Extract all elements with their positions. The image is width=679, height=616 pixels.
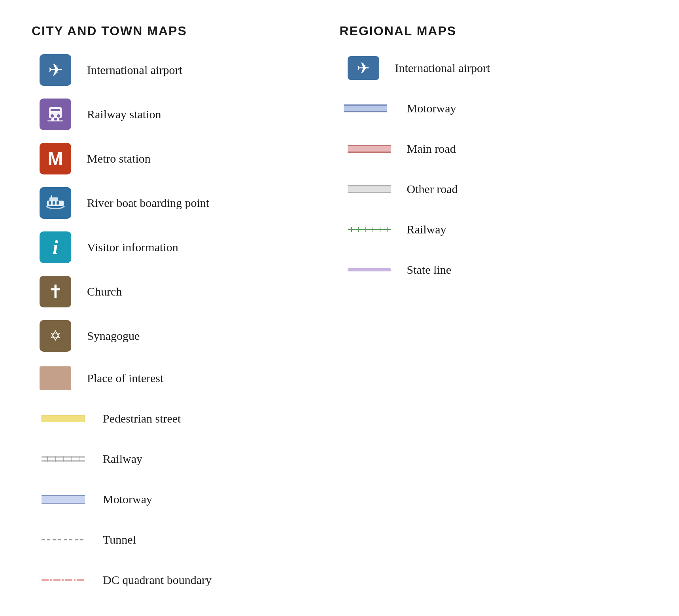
dc-line-icon [40, 577, 87, 583]
legend-item-pedestrian: Pedestrian street [32, 405, 340, 432]
svg-rect-12 [57, 201, 59, 205]
synagogue-icon: ✡ [40, 320, 71, 352]
airport-label: International airport [87, 63, 182, 77]
svg-rect-6 [47, 120, 63, 121]
reg-legend-item-airport: ✈ International airport [340, 54, 648, 82]
riverboat-svg [45, 194, 65, 212]
svg-point-3 [57, 114, 60, 118]
railway-station-svg [46, 105, 65, 124]
reg-stateline-icon [348, 268, 391, 271]
riverboat-label: River boat boarding point [87, 196, 209, 210]
reg-railway-icon [348, 226, 391, 233]
reg-mainroad-label: Main road [407, 142, 456, 155]
motorway-city-label: Motorway [103, 493, 152, 506]
place-of-interest-icon [40, 366, 71, 390]
reg-motorway-symbol [344, 104, 387, 112]
pedestrian-label: Pedestrian street [103, 412, 181, 425]
legend-item-railway-station: Railway station [32, 99, 340, 130]
dc-svg [42, 577, 85, 583]
railway-station-label: Railway station [87, 108, 161, 121]
svg-point-2 [51, 114, 54, 118]
motorway-city-line-icon [40, 495, 87, 504]
reg-legend-item-otherroad: Other road [340, 175, 648, 203]
reg-mainroad-icon [348, 145, 391, 153]
legend-item-synagogue: ✡ Synagogue [32, 320, 340, 352]
legend-item-metro: M Metro station [32, 143, 340, 174]
railway-city-line-icon [40, 455, 87, 463]
railway-city-label: Railway [103, 452, 142, 466]
tunnel-label: Tunnel [103, 533, 136, 546]
reg-stateline-symbol [348, 268, 391, 271]
railway-city-svg [42, 455, 85, 463]
state-city-label: State line [103, 614, 147, 616]
place-label: Place of interest [87, 371, 163, 385]
regional-section-title: REGIONAL MAPS [340, 24, 648, 38]
reg-mainroad-symbol [348, 145, 391, 153]
reg-motorway-label: Motorway [407, 102, 456, 115]
railway-station-icon [40, 99, 71, 130]
svg-rect-8 [49, 197, 58, 201]
tunnel-svg [42, 537, 85, 542]
tunnel-line-icon [40, 537, 87, 542]
svg-rect-10 [49, 201, 51, 205]
church-label: Church [87, 285, 122, 298]
airport-icon: ✈ [40, 54, 71, 86]
reg-railway-label: Railway [407, 223, 446, 236]
dc-label: DC quadrant boundary [103, 573, 212, 587]
regional-column: REGIONAL MAPS ✈ International airport Mo… [340, 24, 648, 616]
visitor-label: Visitor information [87, 241, 178, 254]
svg-rect-9 [51, 195, 52, 198]
reg-otherroad-symbol [348, 185, 391, 193]
church-icon: ✝ [40, 276, 71, 307]
metro-label: Metro station [87, 152, 151, 165]
legend-item-airport: ✈ International airport [32, 54, 340, 86]
reg-railway-svg [348, 226, 391, 233]
reg-motorway-icon [348, 104, 391, 112]
legend-item-railway-city: Railway [32, 445, 340, 473]
legend-item-dc: DC quadrant boundary [32, 566, 340, 594]
svg-rect-11 [53, 201, 55, 205]
legend-item-motorway-city: Motorway [32, 485, 340, 513]
svg-rect-1 [51, 109, 60, 111]
legend-item-church: ✝ Church [32, 276, 340, 307]
metro-icon: M [40, 143, 71, 174]
motorway-city-symbol [42, 495, 85, 504]
pedestrian-line-icon [40, 415, 87, 422]
reg-airport-label: International airport [395, 61, 490, 75]
legend-item-tunnel: Tunnel [32, 526, 340, 553]
pedestrian-line-symbol [42, 415, 85, 422]
reg-legend-item-mainroad: Main road [340, 135, 648, 163]
visitor-icon: i [40, 231, 71, 263]
legend-item-visitor: i Visitor information [32, 231, 340, 263]
reg-otherroad-icon [348, 185, 391, 193]
legend-item-riverboat: River boat boarding point [32, 187, 340, 219]
synagogue-label: Synagogue [87, 329, 140, 343]
legend-columns: CITY AND TOWN MAPS ✈ International airpo… [32, 24, 647, 616]
reg-airport-icon: ✈ [348, 56, 379, 80]
city-column: CITY AND TOWN MAPS ✈ International airpo… [32, 24, 340, 616]
reg-legend-item-stateline: State line [340, 256, 648, 284]
legend-item-state-city: State line [32, 607, 340, 616]
reg-legend-item-railway: Railway [340, 216, 648, 243]
reg-legend-item-motorway: Motorway [340, 95, 648, 122]
reg-otherroad-label: Other road [407, 182, 458, 196]
reg-stateline-label: State line [407, 263, 451, 277]
city-section-title: CITY AND TOWN MAPS [32, 24, 340, 38]
riverboat-icon [40, 187, 71, 219]
legend-item-place: Place of interest [32, 364, 340, 392]
